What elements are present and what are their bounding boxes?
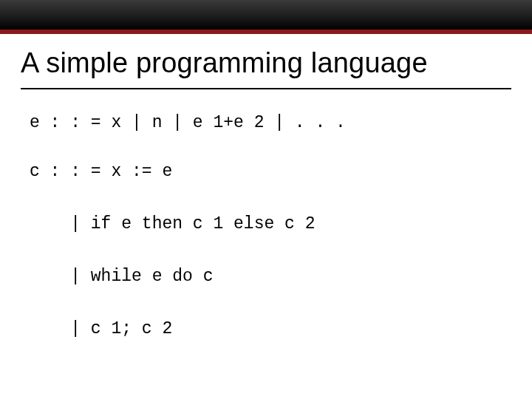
grammar-command: c : : = x := e | if e then c 1 else c 2 … <box>30 159 502 343</box>
grammar-c-rule-1: c : : = x := e <box>30 159 502 185</box>
grammar-c-rule-4: | c 1; c 2 <box>30 316 502 343</box>
grammar-c-rule-3: | while e do c <box>30 264 502 290</box>
slide-title: A simple programming language <box>0 34 532 85</box>
slide: A simple programming language e : : = x … <box>0 0 532 399</box>
grammar-c-rule-2: | if e then c 1 else c 2 <box>30 211 502 238</box>
grammar-expression: e : : = x | n | e 1+e 2 | . . . <box>30 110 502 137</box>
header-gradient-band <box>0 0 532 30</box>
grammar-e-rule: e : : = x | n | e 1+e 2 | . . . <box>30 110 502 137</box>
slide-body: e : : = x | n | e 1+e 2 | . . . c : : = … <box>0 89 532 343</box>
